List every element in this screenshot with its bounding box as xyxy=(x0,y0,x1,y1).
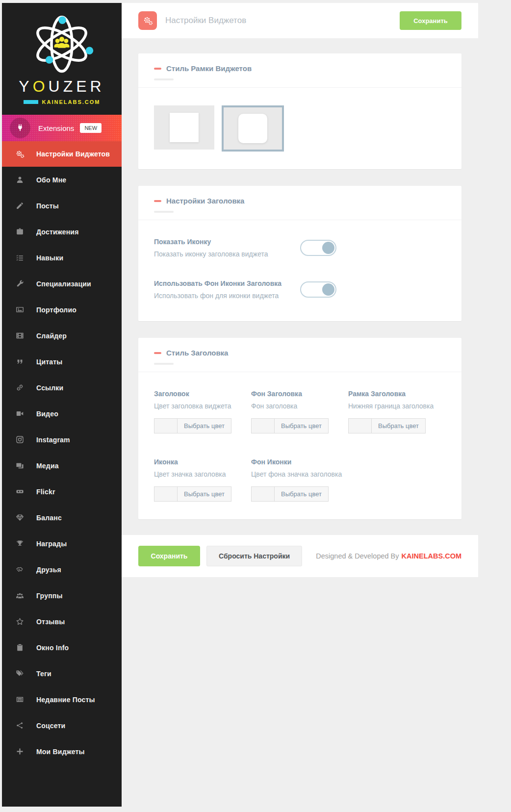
card-header: Стиль Заголовка xyxy=(138,338,461,372)
clipboard-icon xyxy=(15,643,25,652)
choose-color-button[interactable]: Выбрать цвет xyxy=(177,418,231,433)
page-header: Настройки Виджетов Сохранить xyxy=(122,3,478,38)
sidebar-item-label: Настройки Виджетов xyxy=(36,150,110,158)
title-underline xyxy=(154,78,174,80)
sidebar-item-label: Теги xyxy=(36,670,51,678)
toggle-knob xyxy=(322,242,334,254)
sidebar-item-quotes[interactable]: Цитаты xyxy=(2,349,122,375)
brand-dash xyxy=(24,100,38,104)
sidebar-item-label: Друзья xyxy=(36,566,61,574)
sidebar-item-my-widgets[interactable]: Мои Виджеты xyxy=(2,738,122,764)
sidebar-item-extensions[interactable]: Extensions NEW xyxy=(2,115,122,141)
sidebar-item-social[interactable]: Соцсети xyxy=(2,712,122,738)
color-swatch[interactable] xyxy=(251,418,275,433)
save-button-footer[interactable]: Сохранить xyxy=(138,546,200,566)
sidebar-item-tags[interactable]: Теги xyxy=(2,660,122,686)
picker-label: Фон Заголовка xyxy=(251,390,348,398)
frame-style-option-rounded[interactable] xyxy=(222,105,284,152)
header-style-card: Стиль Заголовка Заголовок Цвет заголовка… xyxy=(138,338,461,519)
setting-row-icon-background: Использовать Фон Иконки Заголовка Исполь… xyxy=(154,279,446,300)
sidebar-item-recent-posts[interactable]: Недавние Посты xyxy=(2,686,122,712)
main-content: Настройки Виджетов Сохранить Стиль Рамки… xyxy=(122,3,478,807)
video-icon xyxy=(15,409,25,418)
setting-description: Показать иконку заголовка виджета xyxy=(154,250,300,258)
sidebar-item-label: Flickr xyxy=(36,488,55,496)
brand-domain: KAINELABS.COM xyxy=(42,99,101,105)
choose-color-button[interactable]: Выбрать цвет xyxy=(274,486,329,502)
page-title: Настройки Виджетов xyxy=(165,16,246,25)
sidebar-item-specializations[interactable]: Специализации xyxy=(2,271,122,297)
card-title: Настройки Заголовка xyxy=(166,197,244,205)
sidebar-item-instagram[interactable]: Instagram xyxy=(2,427,122,453)
newspaper-icon xyxy=(15,695,25,704)
sidebar-item-portfolio[interactable]: Портфолио xyxy=(2,297,122,323)
list-check-icon xyxy=(15,254,25,262)
sidebar-item-label: Instagram xyxy=(36,436,70,444)
sidebar-item-posts[interactable]: Посты xyxy=(2,193,122,219)
credit-line: Designed & Developed ByKAINELABS.COM xyxy=(316,552,461,560)
sidebar-item-label: Медиа xyxy=(36,462,59,470)
footer-actions: Сохранить Сбросить Настройки Designed & … xyxy=(122,535,478,577)
sidebar-item-media[interactable]: Медиа xyxy=(2,453,122,479)
widget-frame-style-card: Стиль Рамки Виджетов xyxy=(138,53,461,169)
sidebar-item-video[interactable]: Видео xyxy=(2,401,122,427)
credit-text: Designed & Developed By xyxy=(316,552,399,560)
sidebar-item-balance[interactable]: Баланс xyxy=(2,505,122,531)
sidebar-item-label: Отзывы xyxy=(36,618,65,626)
sidebar-item-awards[interactable]: Награды xyxy=(2,531,122,557)
sidebar-item-slider[interactable]: Слайдер xyxy=(2,323,122,349)
sidebar-item-about-me[interactable]: Обо Мне xyxy=(2,167,122,193)
color-picker-title: Заголовок Цвет заголовка виджета Выбрать… xyxy=(154,390,251,433)
share-icon xyxy=(15,721,25,730)
color-swatch[interactable] xyxy=(251,486,275,502)
choose-color-button[interactable]: Выбрать цвет xyxy=(371,418,426,433)
sidebar-item-widget-settings[interactable]: Настройки Виджетов xyxy=(2,141,122,167)
title-dash xyxy=(154,352,161,354)
sidebar-item-label: Специализации xyxy=(36,280,91,288)
picker-description: Нижняя граница заголовка xyxy=(348,402,445,410)
reset-settings-button[interactable]: Сбросить Настройки xyxy=(206,546,302,566)
sidebar-item-groups[interactable]: Группы xyxy=(2,583,122,609)
color-picker-title-background: Фон Заголовка Фон заголовка Выбрать цвет xyxy=(251,390,348,433)
plug-icon xyxy=(10,118,30,138)
color-swatch[interactable] xyxy=(154,486,178,502)
sidebar-item-label: Баланс xyxy=(36,514,62,522)
frame-style-option-square[interactable] xyxy=(154,105,214,150)
atom-logo-icon xyxy=(25,14,99,75)
pencil-icon xyxy=(15,202,25,210)
sidebar-item-label: Слайдер xyxy=(36,332,67,340)
kainelabs-link[interactable]: KAINELABS.COM xyxy=(402,552,461,560)
color-picker-title-border: Рамка Заголовка Нижняя граница заголовка… xyxy=(348,390,445,433)
sidebar-item-label: Награды xyxy=(36,540,67,548)
save-button[interactable]: Сохранить xyxy=(400,11,461,30)
sidebar-item-links[interactable]: Ссылки xyxy=(2,375,122,401)
sidebar-item-info-window[interactable]: Окно Info xyxy=(2,634,122,660)
user-icon xyxy=(15,176,25,184)
setting-label: Показать Иконку xyxy=(154,238,300,246)
title-underline xyxy=(154,363,174,365)
frame-preview-rounded xyxy=(238,114,267,143)
picker-description: Цвет заголовка виджета xyxy=(154,402,251,410)
gears-icon xyxy=(15,150,25,159)
sidebar-item-label: Цитаты xyxy=(36,358,63,366)
picker-label: Фон Иконки xyxy=(251,458,348,466)
show-icon-toggle[interactable] xyxy=(300,240,336,256)
sidebar-item-label: Обо Мне xyxy=(36,176,66,184)
sidebar-item-friends[interactable]: Друзья xyxy=(2,557,122,583)
setting-description: Использовать фон для иконки виджета xyxy=(154,292,300,300)
frame-preview-square xyxy=(170,113,199,142)
sidebar-item-label: Соцсети xyxy=(36,722,65,730)
sidebar-item-flickr[interactable]: Flickr xyxy=(2,479,122,505)
sidebar-item-skills[interactable]: Навыки xyxy=(2,245,122,271)
sidebar-item-reviews[interactable]: Отзывы xyxy=(2,609,122,634)
app: YOUZER KAINELABS.COM Extensions NEW Наст… xyxy=(0,0,511,807)
icon-background-toggle[interactable] xyxy=(300,281,336,298)
choose-color-button[interactable]: Выбрать цвет xyxy=(274,418,329,433)
setting-label: Использовать Фон Иконки Заголовка xyxy=(154,279,300,287)
color-swatch[interactable] xyxy=(154,418,178,433)
sidebar-item-achievements[interactable]: Достижения xyxy=(2,219,122,245)
color-swatch[interactable] xyxy=(348,418,372,433)
choose-color-button[interactable]: Выбрать цвет xyxy=(177,486,231,502)
briefcase-icon xyxy=(15,228,25,236)
image-icon xyxy=(15,305,25,314)
